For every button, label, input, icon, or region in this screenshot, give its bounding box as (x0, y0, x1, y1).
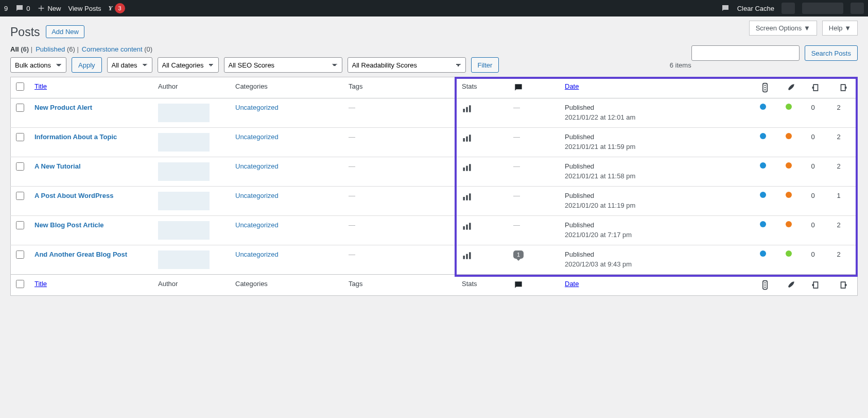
svg-rect-14 (466, 195, 467, 200)
adminbar-placeholder-1[interactable] (782, 3, 795, 14)
outgoing-links-count: 0 (806, 157, 832, 187)
svg-rect-21 (469, 252, 471, 259)
posts-table: Title Author Categories Tags Stats Date … (10, 77, 858, 296)
stats-link[interactable] (462, 133, 472, 141)
column-comments[interactable] (508, 275, 560, 296)
notifications-link[interactable] (721, 4, 730, 13)
category-link[interactable]: Uncategorized (235, 162, 279, 170)
post-title-link[interactable]: New Product Alert (34, 104, 92, 111)
seo-score-dot (760, 104, 766, 110)
row-checkbox[interactable] (16, 192, 24, 200)
help-button[interactable]: Help ▼ (822, 21, 858, 36)
row-checkbox[interactable] (16, 162, 24, 171)
select-all-checkbox-bottom[interactable] (16, 280, 24, 288)
filter-published[interactable]: Published (6) (36, 45, 75, 53)
stats-link[interactable] (462, 163, 472, 171)
stats-icon (462, 221, 472, 231)
search-posts-button[interactable]: Search Posts (805, 45, 858, 61)
post-title-link[interactable]: A Post About WordPress (34, 192, 113, 199)
category-link[interactable]: Uncategorized (235, 250, 279, 258)
column-seo (755, 77, 780, 98)
stats-link[interactable] (462, 251, 472, 259)
dates-select[interactable]: All dates (107, 57, 152, 73)
row-checkbox[interactable] (16, 250, 24, 259)
author-placeholder (158, 162, 210, 181)
stats-link[interactable] (462, 222, 472, 229)
column-tags: Tags (343, 77, 457, 98)
filter-button[interactable]: Filter (471, 57, 499, 73)
svg-rect-5 (466, 107, 467, 112)
post-title-link[interactable]: New Blog Post Article (34, 221, 104, 229)
column-tags: Tags (343, 275, 457, 296)
categories-select[interactable]: All Categories (158, 57, 219, 73)
post-status: Published (565, 221, 594, 229)
column-date[interactable]: Date (565, 82, 579, 90)
select-all-checkbox[interactable] (16, 82, 24, 91)
column-links-in (832, 77, 858, 98)
comments-link[interactable]: 0 (15, 4, 30, 13)
comment-icon (513, 280, 524, 290)
comment-count-bubble[interactable]: 1 (513, 250, 524, 259)
link-in-icon (837, 280, 847, 290)
bulk-actions-select[interactable]: Bulk actions (10, 57, 66, 73)
svg-point-23 (764, 282, 766, 284)
view-posts-link[interactable]: View Posts (68, 5, 101, 12)
page-title: Posts (10, 21, 40, 41)
column-categories: Categories (230, 275, 343, 296)
category-link[interactable]: Uncategorized (235, 192, 279, 199)
apply-button[interactable]: Apply (72, 57, 102, 73)
new-link[interactable]: New (37, 4, 61, 12)
filter-all[interactable]: All (6) (10, 45, 29, 53)
incoming-links-count: 2 (832, 98, 858, 128)
table-row: And Another Great Blog PostUncategorized… (11, 245, 858, 275)
column-title[interactable]: Title (34, 280, 47, 288)
screen-options-button[interactable]: Screen Options ▼ (749, 21, 817, 36)
adminbar-placeholder-2[interactable] (802, 3, 843, 14)
post-title-link[interactable]: A New Tutorial (34, 162, 81, 170)
incoming-links-count: 2 (832, 216, 858, 245)
clear-cache-link[interactable]: Clear Cache (737, 5, 774, 12)
svg-point-24 (764, 285, 766, 286)
stats-link[interactable] (462, 104, 472, 112)
no-comments: — (513, 133, 520, 141)
stats-link[interactable] (462, 192, 472, 200)
category-link[interactable]: Uncategorized (235, 104, 279, 111)
adminbar-left-number: 9 (4, 5, 8, 12)
post-title-link[interactable]: Information About a Topic (34, 133, 117, 141)
svg-point-3 (764, 89, 766, 91)
column-date[interactable]: Date (565, 280, 579, 288)
filter-cornerstone[interactable]: Cornerstone content (0) (82, 45, 152, 53)
row-checkbox[interactable] (16, 133, 24, 141)
row-checkbox[interactable] (16, 221, 24, 229)
column-comments[interactable] (508, 77, 560, 98)
table-row: A New TutorialUncategorized——Published20… (11, 157, 858, 187)
category-link[interactable]: Uncategorized (235, 221, 279, 229)
adminbar-placeholder-3[interactable] (850, 3, 864, 14)
tags-value: — (349, 250, 355, 258)
tags-value: — (349, 221, 355, 229)
outgoing-links-count: 0 (806, 128, 832, 157)
no-comments: — (513, 104, 520, 111)
stats-icon (462, 250, 472, 261)
row-checkbox[interactable] (16, 104, 24, 112)
column-author: Author (153, 77, 230, 98)
author-placeholder (158, 192, 210, 210)
readability-scores-select[interactable]: All Readability Scores (348, 57, 466, 73)
yoast-link[interactable]: Y 3 (109, 3, 125, 13)
seo-scores-select[interactable]: All SEO Scores (224, 57, 342, 73)
column-links-out (806, 275, 832, 296)
column-links-in (832, 275, 858, 296)
category-link[interactable]: Uncategorized (235, 133, 279, 141)
column-title[interactable]: Title (34, 82, 47, 90)
author-placeholder (158, 221, 210, 240)
plus-icon (37, 4, 45, 12)
seo-score-dot (760, 162, 766, 169)
add-new-button[interactable]: Add New (46, 25, 84, 38)
items-count: 6 items (670, 61, 691, 69)
stats-icon (462, 133, 472, 143)
tags-value: — (349, 104, 355, 111)
comment-icon (15, 4, 24, 13)
post-title-link[interactable]: And Another Great Blog Post (34, 250, 127, 258)
search-input[interactable] (691, 45, 800, 61)
post-status: Published (565, 133, 594, 141)
